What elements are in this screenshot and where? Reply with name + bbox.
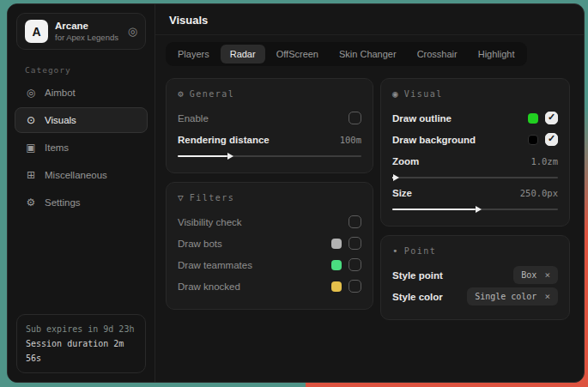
rendering-distance-slider[interactable] [178, 155, 361, 157]
tab-bar: Players Radar OffScreen Skin Changer Cro… [166, 42, 527, 66]
tab-offscreen[interactable]: OffScreen [267, 45, 328, 63]
rendering-distance-value: 100m [340, 135, 361, 145]
draw-outline-row: Draw outline [392, 109, 558, 127]
visibility-check-checkbox[interactable] [349, 215, 361, 228]
draw-teammates-label: Draw teammates [178, 260, 324, 270]
rendering-distance-row: Rendering distance 100m [178, 130, 361, 148]
style-color-label: Style color [392, 292, 460, 302]
logo-letter: A [32, 25, 40, 39]
style-color-chip[interactable]: Single color × [467, 287, 558, 305]
panel-general-title: General [190, 89, 235, 99]
sidebar-spacer [8, 215, 155, 305]
size-value: 250.0px [520, 188, 558, 198]
panel-point-title: Point [404, 246, 437, 256]
zoom-value: 1.0zm [530, 156, 558, 166]
session-duration-text: Session duration 2m 56s [26, 336, 136, 366]
sidebar-item-settings[interactable]: ⚙ Settings [15, 190, 148, 215]
page-title: Visuals [155, 4, 584, 35]
sidebar: A Arcane for Apex Legends ◎ Category ◎ A… [8, 4, 155, 382]
gear-icon: ⚙ [178, 88, 184, 100]
draw-bots-checkbox[interactable] [349, 237, 361, 250]
size-label: Size [392, 188, 513, 198]
eye-icon: ◉ [392, 88, 398, 100]
slider-fill[interactable] [392, 209, 476, 210]
tab-radar[interactable]: Radar [221, 45, 265, 63]
draw-knocked-checkbox[interactable] [349, 280, 361, 293]
sidebar-item-items[interactable]: ▣ Items [15, 135, 148, 160]
enable-checkbox[interactable] [349, 112, 361, 124]
draw-background-checkbox[interactable] [545, 133, 558, 146]
enable-label: Enable [178, 113, 342, 124]
draw-knocked-color-swatch[interactable] [331, 281, 342, 292]
panel-point: • Point Style point Box × Style color S [380, 235, 570, 320]
zoom-label: Zoom [392, 156, 524, 166]
panel-filters-title: Filters [190, 193, 235, 203]
aimbot-icon: ◎ [25, 87, 37, 99]
app-name: Arcane [55, 20, 121, 32]
style-point-row: Style point Box × [392, 266, 558, 284]
main-area: Visuals Players Radar OffScreen Skin Cha… [155, 4, 584, 382]
sidebar-item-visuals[interactable]: ⊙ Visuals [15, 107, 148, 133]
point-icon: • [392, 245, 398, 257]
visuals-icon: ⊙ [25, 114, 37, 126]
grid-icon: ⊞ [25, 169, 37, 181]
sidebar-item-label: Aimbot [45, 88, 76, 98]
content-area: ⚙ General Enable Rendering distance 100m [155, 66, 584, 320]
panel-visual-title: Visual [404, 89, 443, 99]
tab-players[interactable]: Players [168, 45, 219, 63]
visibility-check-label: Visibility check [178, 217, 342, 227]
style-color-row: Style color Single color × [392, 287, 558, 305]
style-point-value: Box [521, 270, 536, 280]
tab-crosshair[interactable]: Crosshair [408, 45, 467, 63]
visibility-check-row: Visibility check [178, 213, 361, 231]
draw-background-color-swatch[interactable] [528, 135, 538, 145]
style-color-value: Single color [475, 292, 536, 301]
zoom-slider[interactable] [392, 177, 558, 178]
draw-background-row: Draw background [392, 130, 558, 148]
draw-teammates-color-swatch[interactable] [331, 260, 342, 270]
app-brand: A Arcane for Apex Legends ◎ [16, 13, 146, 50]
size-slider[interactable] [392, 209, 558, 210]
sidebar-item-label: Items [45, 142, 69, 153]
panel-general: ⚙ General Enable Rendering distance 100m [166, 78, 373, 173]
draw-outline-checkbox[interactable] [545, 112, 558, 124]
tab-highlight[interactable]: Highlight [469, 45, 524, 63]
sidebar-nav: ◎ Aimbot ⊙ Visuals ▣ Items ⊞ Miscellaneo… [8, 80, 155, 215]
slider-fill[interactable] [178, 155, 227, 157]
draw-teammates-checkbox[interactable] [349, 258, 361, 271]
sub-expires-text: Sub expires in 9d 23h [26, 322, 136, 336]
sidebar-item-miscellaneous[interactable]: ⊞ Miscellaneous [15, 162, 148, 188]
app-window: A Arcane for Apex Legends ◎ Category ◎ A… [7, 3, 585, 383]
draw-bots-row: Draw bots [178, 234, 361, 252]
sidebar-item-label: Miscellaneous [45, 170, 107, 180]
subscription-info: Sub expires in 9d 23h Session duration 2… [16, 314, 146, 373]
draw-bots-label: Draw bots [178, 239, 324, 249]
gear-icon: ⚙ [25, 197, 37, 209]
items-icon: ▣ [25, 142, 37, 154]
target-icon[interactable]: ◎ [128, 25, 137, 38]
app-logo: A [25, 20, 48, 43]
draw-bots-color-swatch[interactable] [331, 239, 342, 249]
style-point-chip[interactable]: Box × [513, 266, 558, 284]
slider-fill[interactable] [392, 177, 393, 178]
tab-skin-changer[interactable]: Skin Changer [330, 45, 406, 63]
funnel-icon: ▽ [178, 192, 184, 203]
draw-knocked-label: Draw knocked [178, 281, 324, 292]
draw-knocked-row: Draw knocked [178, 277, 361, 295]
rendering-distance-label: Rendering distance [178, 135, 333, 145]
sidebar-item-label: Settings [45, 197, 81, 208]
draw-teammates-row: Draw teammates [178, 256, 361, 274]
enable-row: Enable [178, 109, 361, 127]
draw-background-label: Draw background [392, 135, 521, 145]
panel-visual: ◉ Visual Draw outline Draw background [380, 78, 570, 227]
size-row: Size 250.0px [392, 184, 558, 202]
close-icon[interactable]: × [544, 269, 550, 281]
sidebar-item-aimbot[interactable]: ◎ Aimbot [15, 80, 148, 106]
sidebar-item-label: Visuals [45, 115, 76, 125]
app-subtitle: for Apex Legends [55, 33, 121, 43]
close-icon[interactable]: × [544, 291, 550, 302]
draw-outline-color-swatch[interactable] [528, 113, 538, 124]
zoom-row: Zoom 1.0zm [392, 152, 558, 170]
draw-outline-label: Draw outline [392, 113, 521, 124]
panel-filters: ▽ Filters Visibility check Draw bots Dra… [166, 182, 373, 310]
